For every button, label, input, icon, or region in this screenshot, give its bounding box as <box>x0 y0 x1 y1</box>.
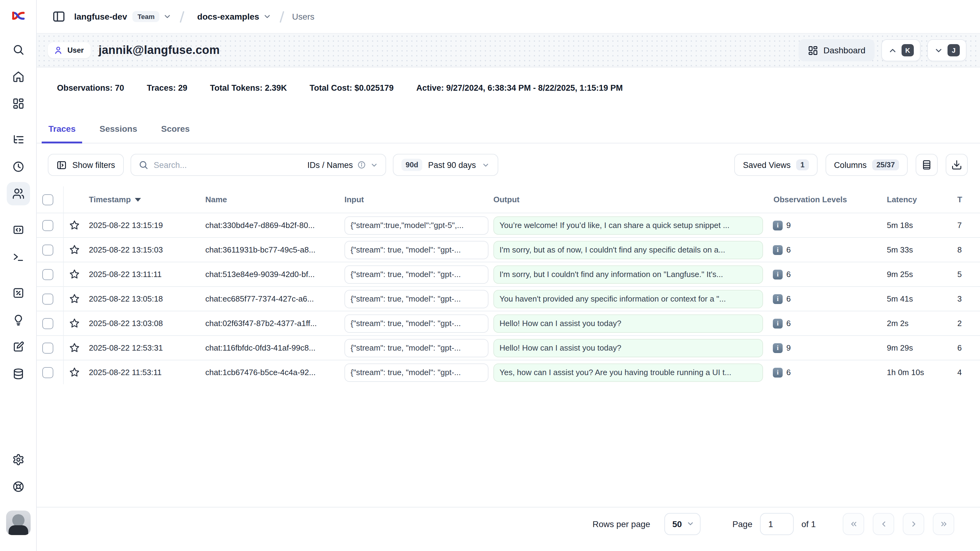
sidebar-item-evaluation[interactable] <box>6 281 30 305</box>
output-preview[interactable]: Hello! How can I assist you today? <box>493 314 763 333</box>
output-preview[interactable]: You haven't provided any specific inform… <box>493 290 763 308</box>
org-switcher-chevron-icon[interactable] <box>163 12 172 21</box>
project-switcher-chevron-icon[interactable] <box>263 12 272 21</box>
sidebar-item-users[interactable] <box>6 182 30 205</box>
name-cell[interactable]: chat:1cb67476-b5ce-4c4a-92... <box>201 368 340 377</box>
input-preview[interactable]: {"stream": true, "model": "gpt-... <box>344 339 488 357</box>
favorite-star-icon[interactable] <box>68 342 80 354</box>
tab-traces[interactable]: Traces <box>42 124 83 143</box>
row-checkbox[interactable] <box>42 244 53 255</box>
column-header-timestamp[interactable]: Timestamp <box>84 195 201 204</box>
rows-per-page-select[interactable]: 50 <box>664 513 700 535</box>
breadcrumb-project[interactable]: docs-examples <box>197 12 259 21</box>
sidebar-item-search[interactable] <box>6 38 30 61</box>
user-avatar[interactable] <box>6 511 30 535</box>
row-checkbox[interactable] <box>42 342 53 354</box>
traces-table: Timestamp Name Input Output Observation … <box>37 186 980 384</box>
next-page-button[interactable] <box>903 513 924 535</box>
favorite-star-icon[interactable] <box>68 317 80 329</box>
timestamp-cell[interactable]: 2025-08-22 13:15:19 <box>84 221 201 230</box>
favorite-star-icon[interactable] <box>68 220 80 231</box>
favorite-star-icon[interactable] <box>68 366 80 378</box>
input-preview[interactable]: {"stream": true, "model": "gpt-... <box>344 363 488 382</box>
timestamp-cell[interactable]: 2025-08-22 11:53:11 <box>84 368 201 377</box>
name-cell[interactable]: chat:ec685f77-7374-427c-a6... <box>201 294 340 303</box>
favorite-star-icon[interactable] <box>68 244 80 256</box>
previous-user-button[interactable]: K <box>881 39 921 61</box>
sidebar-item-datasets[interactable] <box>6 362 30 385</box>
timestamp-cell[interactable]: 2025-08-22 13:05:18 <box>84 294 201 303</box>
export-button[interactable] <box>946 154 968 176</box>
column-header-latency[interactable]: Latency <box>883 195 953 204</box>
name-cell[interactable]: chat:116fbfdc-0fd3-41af-99c8... <box>201 343 340 352</box>
output-preview[interactable]: I'm sorry, but as of now, I couldn't fin… <box>493 240 763 259</box>
select-all-checkbox[interactable] <box>42 194 53 205</box>
column-header-total-cost-clipped[interactable]: T <box>953 195 980 204</box>
timestamp-cell[interactable]: 2025-08-22 12:53:31 <box>84 343 201 352</box>
input-preview[interactable]: {"stream": true, "model": "gpt-... <box>344 265 488 283</box>
page-number-input[interactable] <box>760 513 793 535</box>
output-preview[interactable]: Yes, how can I assist you? Are you havin… <box>493 363 763 382</box>
search-scope-dropdown[interactable]: IDs / Names <box>307 160 378 169</box>
name-cell[interactable]: chat:02f63f47-87b2-4377-a1ff... <box>201 319 340 328</box>
name-cell[interactable]: chat:330bd4e7-d869-4b2f-80... <box>201 221 340 230</box>
time-range-button[interactable]: 90d Past 90 days <box>393 154 498 176</box>
last-page-button[interactable] <box>933 513 954 535</box>
row-checkbox[interactable] <box>42 293 53 304</box>
output-preview[interactable]: Hello! How can I assist you today? <box>493 339 763 357</box>
name-cell[interactable]: chat:3611931b-bc77-49c5-a8... <box>201 245 340 254</box>
favorite-star-icon[interactable] <box>68 293 80 305</box>
saved-views-button[interactable]: Saved Views 1 <box>734 154 817 176</box>
dashboard-grid-icon <box>12 97 24 110</box>
row-checkbox[interactable] <box>42 318 53 329</box>
dashboard-button[interactable]: Dashboard <box>798 39 875 61</box>
sidebar-item-home[interactable] <box>6 65 30 88</box>
column-header-observation-levels[interactable]: Observation Levels <box>769 195 883 204</box>
sidebar-toggle-icon[interactable] <box>52 10 65 23</box>
sidebar-item-annotation[interactable] <box>6 335 30 358</box>
sidebar-item-sessions[interactable] <box>6 155 30 178</box>
input-preview[interactable]: {"stream": true, "model": "gpt-... <box>344 314 488 333</box>
table-row[interactable]: 2025-08-22 11:53:11 chat:1cb67476-b5ce-4… <box>37 360 980 384</box>
sidebar-item-dashboards[interactable] <box>6 92 30 115</box>
column-header-name[interactable]: Name <box>201 195 340 204</box>
previous-page-button[interactable] <box>873 513 894 535</box>
sidebar-item-ideas[interactable] <box>6 308 30 331</box>
columns-button[interactable]: Columns 25/37 <box>825 154 908 176</box>
table-row[interactable]: 2025-08-22 13:15:19 chat:330bd4e7-d869-4… <box>37 213 980 237</box>
row-checkbox[interactable] <box>42 367 53 378</box>
row-checkbox[interactable] <box>42 269 53 280</box>
input-preview[interactable]: {"stream": true, "model": "gpt-... <box>344 240 488 259</box>
timestamp-cell[interactable]: 2025-08-22 13:15:03 <box>84 245 201 254</box>
input-preview[interactable]: {"stream": true, "model": "gpt-... <box>344 290 488 308</box>
tab-sessions[interactable]: Sessions <box>93 124 144 143</box>
output-preview[interactable]: I'm sorry, but I couldn't find any infor… <box>493 265 763 283</box>
next-user-button[interactable]: J <box>927 39 967 61</box>
sidebar-item-settings[interactable] <box>6 448 30 471</box>
column-header-input[interactable]: Input <box>340 195 489 204</box>
output-preview[interactable]: You’re welcome! If you’d like, I can sha… <box>493 216 763 234</box>
table-row[interactable]: 2025-08-22 13:05:18 chat:ec685f77-7374-4… <box>37 286 980 311</box>
table-row[interactable]: 2025-08-22 12:53:31 chat:116fbfdc-0fd3-4… <box>37 335 980 360</box>
langfuse-logo-icon[interactable] <box>11 10 25 22</box>
sidebar-item-tracing[interactable] <box>6 128 30 151</box>
table-row[interactable]: 2025-08-22 13:11:11 chat:513e84e9-9039-4… <box>37 262 980 286</box>
favorite-star-icon[interactable] <box>68 268 80 280</box>
sidebar-item-support[interactable] <box>6 475 30 498</box>
row-height-button[interactable] <box>916 154 938 176</box>
table-row[interactable]: 2025-08-22 13:03:08 chat:02f63f47-87b2-4… <box>37 311 980 335</box>
row-checkbox[interactable] <box>42 220 53 231</box>
timestamp-cell[interactable]: 2025-08-22 13:11:11 <box>84 270 201 279</box>
breadcrumb-org[interactable]: langfuse-dev <box>74 12 127 21</box>
input-preview[interactable]: {"stream":true,"model":"gpt-5",... <box>344 216 488 234</box>
first-page-button[interactable] <box>843 513 864 535</box>
show-filters-button[interactable]: Show filters <box>48 154 124 176</box>
table-row[interactable]: 2025-08-22 13:15:03 chat:3611931b-bc77-4… <box>37 237 980 262</box>
name-cell[interactable]: chat:513e84e9-9039-42d0-bf... <box>201 270 340 279</box>
sidebar-item-playground[interactable] <box>6 245 30 268</box>
sidebar-item-prompts[interactable] <box>6 218 30 242</box>
search-input[interactable] <box>154 160 302 169</box>
timestamp-cell[interactable]: 2025-08-22 13:03:08 <box>84 319 201 328</box>
column-header-output[interactable]: Output <box>489 195 769 204</box>
tab-scores[interactable]: Scores <box>154 124 196 143</box>
